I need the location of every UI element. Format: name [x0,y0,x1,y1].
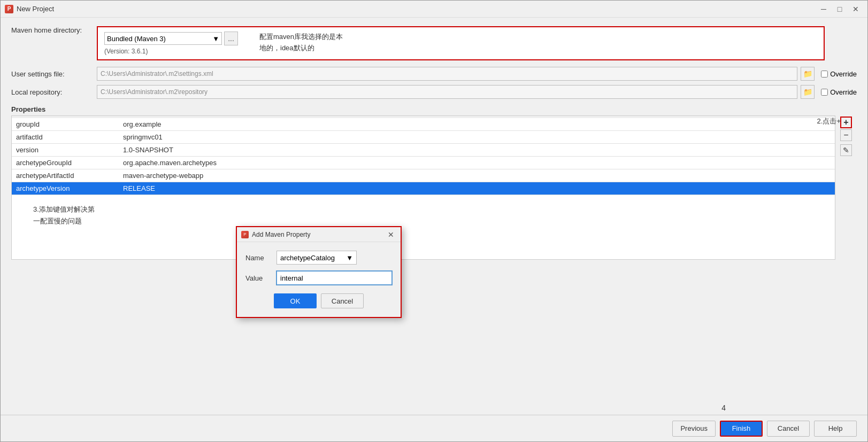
title-bar-buttons: ─ □ ✕ [816,3,863,15]
maven-top-row: Bundled (Maven 3) ▼ ... (Version: 3.6.1)… [104,32,817,55]
prop-value: org.apache.maven.archetypes [119,157,835,169]
dialog-buttons: OK Cancel [245,291,392,308]
local-repo-override: Override [821,88,857,96]
maven-select-row: Bundled (Maven 3) ▼ ... [104,32,238,45]
close-button[interactable]: ✕ [848,3,863,15]
maven-home-row: Maven home directory: Bundled (Maven 3) … [11,26,857,60]
maven-note-line1: 配置maven库我选择的是本 [259,32,343,43]
maven-more-button[interactable]: ... [224,32,238,45]
maximize-button[interactable]: □ [832,3,847,15]
properties-table-container: groupId org.example artifactId springmvc… [11,115,835,260]
local-repo-folder-button[interactable]: 📁 [801,85,815,99]
local-repo-label: Local repository: [11,88,97,96]
properties-actions: 2.点击+ + − ✎ [835,115,857,156]
dialog-title: Add Maven Property [252,231,386,238]
maven-select-dropdown[interactable]: Bundled (Maven 3) ▼ [104,32,222,45]
annotation-step3: 3.添加键值对解决第 一配置慢的问题 [33,204,95,227]
maven-select-value: Bundled (Maven 3) [107,35,166,43]
help-button[interactable]: Help [814,421,857,437]
step-4-annotation: 4 [721,404,726,412]
prop-key: version [12,144,119,157]
table-row[interactable]: version 1.0-SNAPSHOT [12,144,835,157]
dialog-name-dropdown[interactable]: archetypeCatalog ▼ [276,251,357,265]
user-settings-input[interactable] [97,67,797,81]
table-row[interactable]: artifactId springmvc01 [12,131,835,144]
user-settings-override-checkbox[interactable] [821,71,828,77]
dialog-name-row: Name archetypeCatalog ▼ [245,251,392,265]
maven-home-label: Maven home directory: [11,26,97,34]
title-bar: P New Project ─ □ ✕ [1,1,867,18]
add-maven-property-dialog: P Add Maven Property ✕ Name archetypeCat… [236,226,402,318]
dialog-body: Name archetypeCatalog ▼ Value OK Cancel [237,242,401,317]
user-settings-field: 📁 Override [97,67,857,81]
user-settings-override: Override [821,70,857,78]
local-repo-row: Local repository: 📁 Override [11,85,857,99]
user-settings-override-label: Override [830,70,857,78]
local-repo-override-label: Override [830,88,857,96]
dialog-value-label: Value [245,274,272,282]
main-content: Maven home directory: Bundled (Maven 3) … [1,18,867,415]
finish-button[interactable]: Finish [720,421,763,437]
edit-property-button[interactable]: ✎ [840,144,852,156]
maven-note-line2: 地的，idea默认的 [259,43,343,54]
dialog-name-value: archetypeCatalog [280,254,335,262]
table-row-selected[interactable]: archetypeVersion RELEASE [12,182,835,195]
dialog-app-icon: P [241,231,249,238]
prop-key: groupId [12,118,119,131]
table-row[interactable]: archetypeArtifactId maven-archetype-weba… [12,169,835,182]
dialog-cancel-button[interactable]: Cancel [321,293,364,308]
local-repo-field: 📁 Override [97,85,857,99]
prop-value: org.example [119,118,835,131]
user-settings-row: User settings file: 📁 Override [11,67,857,81]
local-repo-input[interactable] [97,85,797,99]
properties-title: Properties [11,105,857,113]
prop-key: artifactId [12,131,119,144]
maven-version: (Version: 3.6.1) [104,48,238,55]
remove-property-button[interactable]: − [840,129,852,141]
prop-key: archetypeArtifactId [12,169,119,182]
table-row[interactable]: groupId org.example [12,118,835,131]
dropdown-arrow-icon: ▼ [212,35,219,43]
properties-section: groupId org.example artifactId springmvc… [11,115,857,260]
dialog-name-label: Name [245,254,272,262]
dialog-title-bar: P Add Maven Property ✕ [237,227,401,242]
properties-table: groupId org.example artifactId springmvc… [12,118,835,195]
dialog-value-input[interactable] [276,271,392,285]
dialog-ok-button[interactable]: OK [274,293,317,308]
maven-config-box: Bundled (Maven 3) ▼ ... (Version: 3.6.1)… [97,26,825,60]
prop-key: archetypeGroupId [12,157,119,169]
previous-button[interactable]: Previous [672,421,716,437]
prop-key: archetypeVersion [12,182,119,195]
prop-value: 1.0-SNAPSHOT [119,144,835,157]
prop-value: RELEASE [119,182,835,195]
dialog-name-dropdown-arrow: ▼ [346,254,353,262]
maven-bundled-info: Bundled (Maven 3) ▼ ... (Version: 3.6.1) [104,32,238,55]
app-icon: P [5,5,13,13]
dialog-close-button[interactable]: ✕ [386,229,396,240]
local-repo-override-checkbox[interactable] [821,89,828,96]
bottom-bar: 4 Previous Finish Cancel Help [1,415,867,441]
maven-annotation: 配置maven库我选择的是本 地的，idea默认的 [259,32,343,54]
dialog-value-row: Value [245,271,392,285]
annotation-click-plus: 2.点击+ [817,117,841,126]
minimize-button[interactable]: ─ [816,3,831,15]
main-window: P New Project ─ □ ✕ Maven home directory… [0,0,868,442]
window-title: New Project [17,5,816,13]
prop-value: springmvc01 [119,131,835,144]
table-empty-area: 3.添加键值对解决第 一配置慢的问题 [12,195,835,259]
cancel-button[interactable]: Cancel [767,421,810,437]
add-property-button[interactable]: + [840,117,852,128]
prop-value: maven-archetype-webapp [119,169,835,182]
user-settings-folder-button[interactable]: 📁 [801,67,815,81]
table-row[interactable]: archetypeGroupId org.apache.maven.archet… [12,157,835,169]
user-settings-label: User settings file: [11,70,97,78]
